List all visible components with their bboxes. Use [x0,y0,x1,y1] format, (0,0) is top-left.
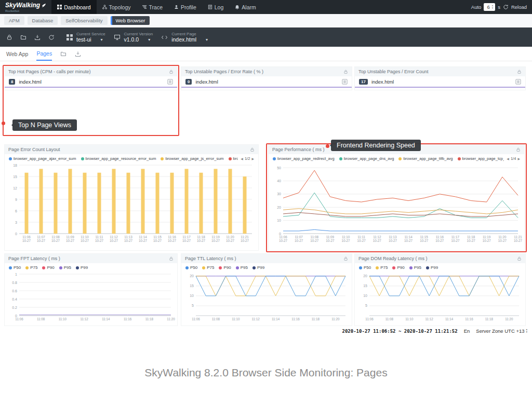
legend-dot-icon [42,266,45,269]
svg-text:0.2: 0.2 [12,306,17,309]
legend-item[interactable]: P95 [236,265,248,270]
list-icon[interactable] [342,79,348,85]
legend-item[interactable]: P50 [9,265,21,270]
legend-item[interactable]: P95 [59,265,71,270]
svg-text:9: 9 [15,198,17,201]
svg-text:11:15: 11:15 [420,235,429,239]
tab-web-browser[interactable]: Web Browser [111,16,150,25]
nav-item-profile[interactable]: Profile [168,0,202,14]
legend-item[interactable]: P99 [252,265,264,270]
svg-text:10-27: 10-27 [498,239,507,242]
legend-item[interactable]: P50 [185,265,197,270]
lock-icon[interactable] [343,256,348,261]
nav-label: Dashboard [64,4,90,10]
panel-top-unstable-error-rate: Top Unstable Pages / Error Rate ( % ) 0 … [181,66,352,90]
current-page-selector[interactable]: Current Page index.html▾ [161,32,208,43]
list-icon[interactable] [515,79,521,85]
lock-icon[interactable] [517,256,522,261]
folder-toolbar-button[interactable] [16,30,30,44]
nav-item-alarm[interactable]: Alarm [229,0,261,14]
lock-icon[interactable] [343,70,348,74]
reload-icon[interactable] [503,4,509,10]
legend-item[interactable]: P75 [376,265,388,270]
subtab-pages[interactable]: Pages [36,47,52,61]
legend-dot-icon [426,266,429,269]
dom-ready-latency-chart[interactable]: 510152011:0611:0811:1011:1211:1411:1611:… [355,270,525,322]
legend-item[interactable]: browser_app_page_redirect_avg [273,156,335,161]
svg-text:15: 15 [190,284,194,288]
top-page-row[interactable]: 8 index.html [5,76,177,87]
export-toolbar-button[interactable] [30,30,44,44]
lock-icon[interactable] [169,70,174,74]
current-version-selector[interactable]: Current Version v1.0.0▾ [114,32,153,43]
brand[interactable]: SkyWalking Rocketbot [0,0,51,14]
tab-apm[interactable]: APM [4,16,24,25]
legend-item[interactable]: P90 [219,265,231,270]
error-count-bar-chart[interactable]: 036912151811:0610-2711:0710-2711:0810-27… [5,161,258,245]
current-service-selector[interactable]: Current Service test-ui▾ [66,32,105,43]
top-page-row[interactable]: 17 index.html [355,76,525,87]
legend-item[interactable]: browser_app_page_resource_error_sum [81,156,156,161]
legend-pager: ◀ 1/2 ▶ [238,156,254,161]
legend-label: P95 [414,265,421,270]
fpt-latency-chart[interactable]: 00.20.40.60.8111:0611:0811:1011:1211:141… [5,270,177,322]
legend-item[interactable]: P90 [392,265,404,270]
page-name[interactable]: index.html [19,79,164,85]
next-page-icon[interactable]: ▶ [251,157,254,160]
svg-text:10: 10 [277,219,281,222]
prev-page-icon[interactable]: ◀ [507,157,509,160]
legend-item[interactable]: P50 [359,265,371,270]
page-name[interactable]: index.html [371,79,512,85]
trace-icon [142,5,147,9]
list-icon[interactable] [167,79,173,85]
lock-icon[interactable] [516,147,521,152]
nav-item-log[interactable]: Log [202,0,230,14]
svg-text:11:08: 11:08 [212,317,220,321]
time-range-picker[interactable]: 2020-10-27 11:06:52 ~ 2020-10-27 11:21:5… [342,329,458,334]
stepper-arrows-icon[interactable]: ▲▼ [526,329,528,334]
legend-item[interactable]: browser_app_page_ttfb_avg [398,156,453,161]
legend-item[interactable]: browser_app_page_tcp_avg [458,156,504,161]
legend-item[interactable]: P75 [25,265,37,270]
nav-item-topology[interactable]: Topology [97,0,137,14]
legend-label: P50 [14,265,21,270]
lock-icon[interactable] [517,70,522,74]
legend-item[interactable]: P75 [202,265,214,270]
page-performance-line-chart[interactable]: 0102030405011:0610-2711:0710-2711:0810-2… [269,161,524,245]
import-template-button[interactable] [60,51,66,57]
layer-tabbar: APM Database SelfObservability Web Brows… [0,14,532,28]
refresh-toolbar-button[interactable] [44,30,58,44]
legend-item[interactable]: browser_a [229,156,238,161]
legend-item[interactable]: browser_app_page_js_error_sum [161,156,223,161]
page-name[interactable]: index.html [195,79,338,85]
nav-item-trace[interactable]: Trace [137,0,168,14]
reload-button[interactable]: Reload [511,4,527,10]
stepper-arrows-icon[interactable]: ▲▼ [491,5,494,10]
subtab-web-app[interactable]: Web App [6,47,28,61]
prev-page-icon[interactable]: ◀ [241,157,243,160]
svg-text:11:21: 11:21 [514,235,522,239]
lock-toolbar-button[interactable] [2,30,16,44]
svg-text:10-27: 10-27 [435,239,444,242]
language-selector[interactable]: En [464,328,470,334]
legend-item[interactable]: P99 [76,265,88,270]
nav-item-dashboard[interactable]: Dashboard [51,0,96,14]
legend-item[interactable]: browser_app_page_dns_avg [339,156,394,161]
ttl-latency-chart[interactable]: 510152011:0611:0811:1011:1211:1411:1611:… [181,270,352,322]
auto-interval-input[interactable]: 6 ▲▼ [484,3,495,11]
legend-item[interactable]: P90 [42,265,54,270]
svg-text:11:21: 11:21 [241,235,249,239]
server-zone-control[interactable]: Server Zone UTC + 13 ▲▼ [476,328,528,334]
svg-text:11:16: 11:16 [465,317,473,321]
top-page-row[interactable]: 0 index.html [181,76,352,87]
auto-unit: s [498,4,500,10]
legend-item[interactable]: P95 [409,265,421,270]
lock-icon[interactable] [169,256,174,261]
tab-selfobservability[interactable]: SelfObservability [61,16,107,25]
lock-icon[interactable] [250,147,255,152]
legend-item[interactable]: P99 [426,265,438,270]
tab-database[interactable]: Database [28,16,58,25]
export-template-button[interactable] [75,51,81,57]
legend-item[interactable]: browser_app_page_ajax_error_sum [9,156,76,161]
next-page-icon[interactable]: ▶ [517,157,520,160]
